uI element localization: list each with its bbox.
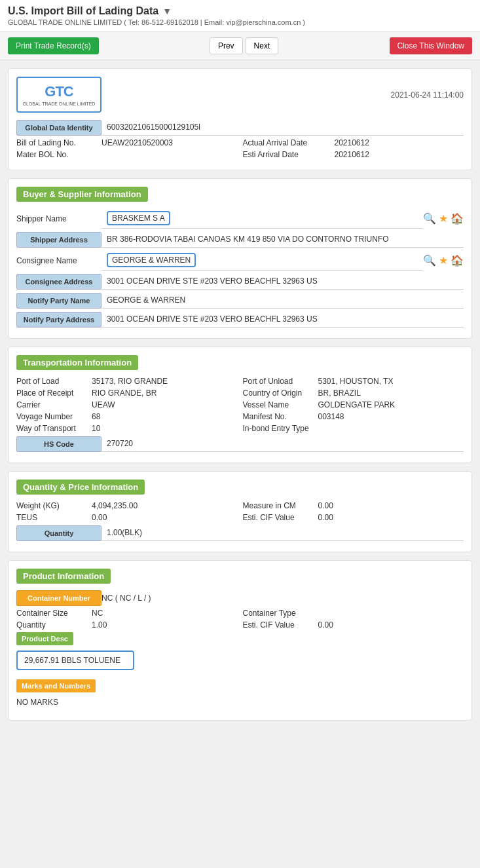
mater-bol-label: Mater BOL No.: [16, 150, 102, 159]
way-transport-row: Way of Transport 10 In-bond Entry Type: [16, 424, 464, 433]
product-section-label: Product Information: [16, 569, 111, 584]
product-desc-label: Product Desc: [16, 632, 73, 645]
shipper-home-icon[interactable]: 🏠: [451, 212, 464, 225]
bill-of-lading-value: UEAW20210520003: [102, 138, 173, 147]
global-data-identity-row: Global Data Identity 6003202106150001291…: [16, 119, 464, 136]
in-bond-entry-type-label: In-bond Entry Type: [243, 424, 318, 433]
title-arrow-icon: ▼: [162, 6, 172, 16]
port-of-unload-label: Port of Unload: [243, 377, 318, 386]
container-number-row: Container Number NC ( NC / L / ): [16, 590, 464, 606]
top-bar: U.S. Import Bill of Lading Data ▼ GLOBAL…: [0, 0, 480, 32]
consignee-name-value: GEORGE & WARREN: [107, 253, 196, 267]
carrier-label: Carrier: [16, 400, 92, 409]
teus-cif-row: TEUS 0.00 Esti. CIF Value 0.00: [16, 513, 464, 522]
notify-party-address-row: Notify Party Address 3001 OCEAN DRIVE ST…: [16, 311, 464, 328]
product-esti-cif-label: Esti. CIF Value: [243, 620, 318, 630]
title-text: U.S. Import Bill of Lading Data: [8, 5, 158, 17]
product-esti-cif-value: 0.00: [318, 620, 333, 630]
consignee-name-row: Consignee Name GEORGE & WARREN 🔍 ★ 🏠: [16, 250, 464, 271]
manifest-no-value: 003148: [318, 412, 344, 421]
shipper-star-icon[interactable]: ★: [439, 212, 448, 225]
notify-party-name-label: Notify Party Name: [16, 293, 102, 309]
consignee-star-icon[interactable]: ★: [439, 254, 448, 267]
measure-in-cm-value: 0.00: [318, 501, 333, 510]
consignee-address-value: 3001 OCEAN DRIVE STE #203 VERO BEACHFL 3…: [102, 273, 464, 290]
quantity-value: 1.00(BLK): [102, 525, 464, 541]
carrier-value: UEAW: [92, 400, 115, 409]
country-of-origin-value: BR, BRAZIL: [318, 388, 361, 398]
product-card: Product Information Container Number NC …: [8, 560, 472, 721]
place-of-receipt-label: Place of Receipt: [16, 388, 92, 398]
voyage-manifest-row: Voyage Number 68 Manifest No. 003148: [16, 412, 464, 421]
hs-code-value: 270720: [102, 436, 464, 452]
app-title: U.S. Import Bill of Lading Data ▼: [8, 5, 472, 17]
port-of-load-value: 35173, RIO GRANDE: [92, 377, 168, 386]
actual-arrival-date-value: 20210612: [335, 138, 369, 147]
way-of-transport-label: Way of Transport: [16, 424, 92, 433]
logo-icon: GTC: [45, 83, 73, 100]
container-number-value: NC ( NC / L / ): [102, 594, 151, 603]
actual-arrival-date-label: Actual Arrival Date: [243, 138, 335, 147]
prev-button[interactable]: Prev: [210, 37, 243, 54]
quantity-price-section-label: Quantity & Price Information: [16, 480, 145, 495]
next-button[interactable]: Next: [246, 37, 279, 54]
weight-measure-row: Weight (KG) 4,094,235.00 Measure in CM 0…: [16, 501, 464, 510]
shipper-icons: 🔍 ★ 🏠: [423, 212, 464, 225]
consignee-address-label: Consignee Address: [16, 274, 102, 290]
shipper-name-value: BRASKEM S A: [107, 211, 170, 225]
measure-in-cm-label: Measure in CM: [243, 501, 318, 510]
notify-party-address-value: 3001 OCEAN DRIVE STE #203 VERO BEACHFL 3…: [102, 311, 464, 328]
header-card: GTC GLOBAL TRADE ONLINE LIMITED 2021-06-…: [8, 68, 472, 170]
voyage-number-value: 68: [92, 412, 100, 421]
hs-code-label: HS Code: [16, 436, 102, 452]
global-data-identity-value: 600320210615000129105l: [102, 119, 464, 136]
transportation-card: Transportation Information Port of Load …: [8, 347, 472, 463]
consignee-search-icon[interactable]: 🔍: [423, 254, 436, 267]
transportation-section-label: Transportation Information: [16, 355, 138, 370]
port-of-unload-value: 5301, HOUSTON, TX: [318, 377, 394, 386]
buyer-supplier-section-label: Buyer & Supplier Information: [16, 187, 148, 202]
teus-label: TEUS: [16, 513, 92, 522]
place-of-receipt-value: RIO GRANDE, BR: [92, 388, 157, 398]
marks-numbers-section: Marks and Numbers NO MARKS: [16, 679, 464, 709]
consignee-icons: 🔍 ★ 🏠: [423, 254, 464, 267]
esti-cif-value: 0.00: [318, 513, 333, 522]
vessel-name-value: GOLDENGATE PARK: [318, 400, 396, 409]
mater-bol-row: Mater BOL No. Esti Arrival Date 20210612: [16, 150, 464, 159]
shipper-search-icon[interactable]: 🔍: [423, 212, 436, 225]
container-size-label: Container Size: [16, 609, 92, 618]
product-desc-value: 29,667.91 BBLS TOLUENE: [16, 651, 134, 670]
consignee-address-row: Consignee Address 3001 OCEAN DRIVE STE #…: [16, 273, 464, 290]
shipper-address-value: BR 386-RODOVIA TABAI CANOAS KM 419 850 V…: [102, 231, 464, 248]
company-info: GLOBAL TRADE ONLINE LIMITED ( Tel: 86-51…: [8, 18, 472, 26]
container-size-type-row: Container Size NC Container Type: [16, 609, 464, 618]
container-type-label: Container Type: [243, 609, 318, 618]
toolbar: Print Trade Record(s) Prev Next Close Th…: [0, 32, 480, 60]
teus-value: 0.00: [92, 513, 107, 522]
shipper-name-row: Shipper Name BRASKEM S A 🔍 ★ 🏠: [16, 208, 464, 229]
consignee-home-icon[interactable]: 🏠: [451, 254, 464, 267]
product-quantity-cif-row: Quantity 1.00 Esti. CIF Value 0.00: [16, 620, 464, 630]
container-number-label: Container Number: [16, 590, 102, 606]
voyage-number-label: Voyage Number: [16, 412, 92, 421]
shipper-address-label: Shipper Address: [16, 232, 102, 248]
esti-cif-value-label: Esti. CIF Value: [243, 513, 318, 522]
marks-and-numbers-label: Marks and Numbers: [16, 679, 96, 692]
way-of-transport-value: 10: [92, 424, 100, 433]
buyer-supplier-card: Buyer & Supplier Information Shipper Nam…: [8, 178, 472, 339]
main-content: GTC GLOBAL TRADE ONLINE LIMITED 2021-06-…: [0, 60, 480, 736]
notify-party-name-value: GEORGE & WARREN: [102, 292, 464, 309]
close-button[interactable]: Close This Window: [390, 37, 472, 54]
carrier-vessel-row: Carrier UEAW Vessel Name GOLDENGATE PARK: [16, 400, 464, 409]
logo-box: GTC GLOBAL TRADE ONLINE LIMITED: [16, 77, 102, 113]
logo-subtitle: GLOBAL TRADE ONLINE LIMITED: [23, 102, 96, 106]
print-button[interactable]: Print Trade Record(s): [8, 37, 99, 54]
bill-of-lading-label: Bill of Lading No.: [16, 138, 102, 147]
marks-and-numbers-value: NO MARKS: [16, 695, 464, 709]
product-quantity-value: 1.00: [92, 620, 107, 630]
container-size-value: NC: [92, 609, 103, 618]
shipper-name-label: Shipper Name: [16, 214, 102, 223]
country-of-origin-label: Country of Origin: [243, 388, 318, 398]
esti-arrival-date-label: Esti Arrival Date: [243, 150, 335, 159]
quantity-price-card: Quantity & Price Information Weight (KG)…: [8, 471, 472, 552]
